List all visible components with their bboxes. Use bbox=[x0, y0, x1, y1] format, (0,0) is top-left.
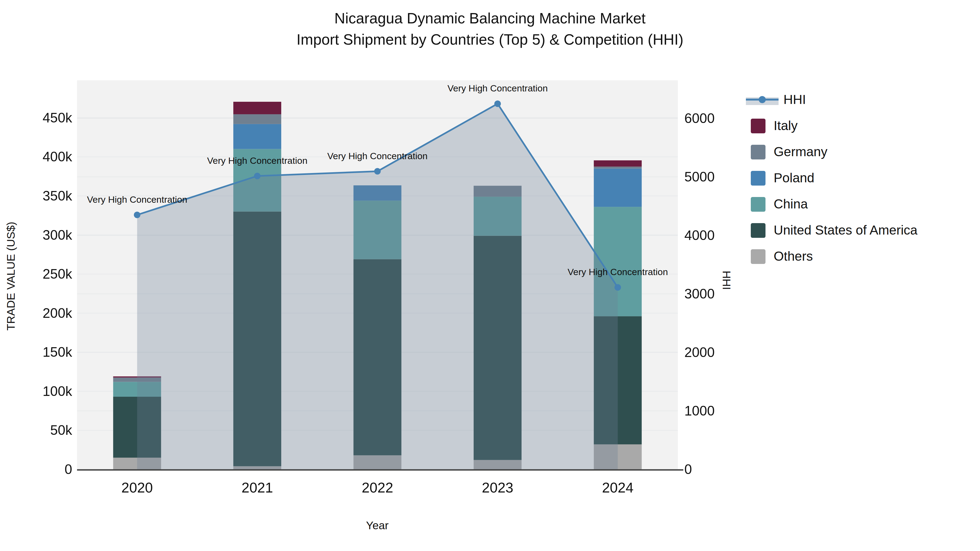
legend-chip-icon bbox=[751, 119, 765, 133]
hhi-marker-2020[interactable] bbox=[134, 212, 140, 218]
annotation-2020: Very High Concentration bbox=[87, 194, 187, 205]
legend-item-germany[interactable]: Germany bbox=[751, 144, 827, 159]
x-tick-2024: 2024 bbox=[602, 480, 633, 495]
y-right-tick-5000: 5000 bbox=[684, 169, 714, 184]
legend-item-others[interactable]: Others bbox=[751, 249, 813, 264]
bar-segment-germany-2024[interactable] bbox=[594, 167, 642, 168]
y-left-tick-300k: 300k bbox=[43, 227, 72, 243]
plot-svg: Very High ConcentrationVery High Concent… bbox=[0, 0, 980, 551]
legend-label: United States of America bbox=[774, 223, 918, 237]
legend-item-china[interactable]: China bbox=[751, 197, 808, 212]
annotation-2021: Very High Concentration bbox=[207, 156, 308, 166]
y-left-tick-100k: 100k bbox=[43, 384, 72, 399]
legend-chip-icon bbox=[751, 249, 765, 264]
legend-label: Poland bbox=[774, 171, 814, 185]
bar-segment-italy-2024[interactable] bbox=[594, 160, 642, 167]
y-left-tick-0: 0 bbox=[65, 462, 72, 477]
bar-segment-germany-2021[interactable] bbox=[233, 114, 281, 124]
hhi-marker-2024[interactable] bbox=[614, 284, 621, 291]
legend-item-poland[interactable]: Poland bbox=[751, 171, 814, 186]
y-left-tick-450k: 450k bbox=[43, 110, 72, 125]
legend-label: Germany bbox=[774, 144, 827, 159]
hhi-marker-2022[interactable] bbox=[374, 168, 381, 175]
legend-chip-icon bbox=[751, 197, 765, 212]
x-tick-2020: 2020 bbox=[121, 480, 153, 495]
y-right-tick-2000: 2000 bbox=[684, 345, 714, 360]
y-left-tick-400k: 400k bbox=[43, 149, 72, 164]
legend-chip-icon bbox=[751, 223, 765, 238]
annotation-2023: Very High Concentration bbox=[447, 83, 548, 93]
y-left-tick-50k: 50k bbox=[50, 422, 72, 438]
legend-hhi-marker-swatch bbox=[759, 96, 766, 103]
hhi-marker-2021[interactable] bbox=[254, 173, 261, 179]
x-tick-2022: 2022 bbox=[362, 480, 393, 495]
legend-chip-icon bbox=[751, 171, 765, 186]
annotation-2024: Very High Concentration bbox=[568, 267, 668, 277]
y-right-tick-1000: 1000 bbox=[684, 403, 714, 419]
legend-label: Others bbox=[774, 249, 813, 264]
figure: Nicaragua Dynamic Balancing Machine Mark… bbox=[0, 0, 980, 551]
y-axis-title-right: HHI bbox=[720, 271, 733, 290]
annotation-2022: Very High Concentration bbox=[327, 151, 428, 161]
legend-label: HHI bbox=[783, 92, 806, 106]
legend-label: China bbox=[774, 197, 808, 211]
y-left-tick-200k: 200k bbox=[43, 306, 72, 321]
legend-chip-icon bbox=[751, 145, 765, 159]
y-right-tick-3000: 3000 bbox=[684, 286, 714, 302]
x-tick-2021: 2021 bbox=[242, 480, 273, 495]
y-right-tick-0: 0 bbox=[684, 462, 692, 477]
legend-item-hhi[interactable]: HHI bbox=[746, 92, 806, 106]
y-right-tick-4000: 4000 bbox=[684, 228, 714, 243]
hhi-marker-2023[interactable] bbox=[494, 100, 501, 107]
y-left-tick-250k: 250k bbox=[43, 267, 72, 282]
y-right-tick-6000: 6000 bbox=[684, 111, 714, 126]
bar-segment-poland-2021[interactable] bbox=[233, 124, 281, 149]
x-axis-title: Year bbox=[366, 519, 389, 532]
x-tick-2023: 2023 bbox=[482, 480, 514, 495]
y-left-tick-350k: 350k bbox=[43, 188, 72, 203]
legend-item-united-states-of-america[interactable]: United States of America bbox=[751, 223, 918, 238]
bar-segment-poland-2024[interactable] bbox=[594, 168, 642, 207]
y-axis-title-left: TRADE VALUE (US$) bbox=[5, 222, 18, 330]
legend-item-italy[interactable]: Italy bbox=[751, 118, 798, 133]
bar-segment-italy-2021[interactable] bbox=[233, 102, 281, 114]
y-left-tick-150k: 150k bbox=[43, 345, 72, 360]
legend-label: Italy bbox=[774, 118, 798, 133]
